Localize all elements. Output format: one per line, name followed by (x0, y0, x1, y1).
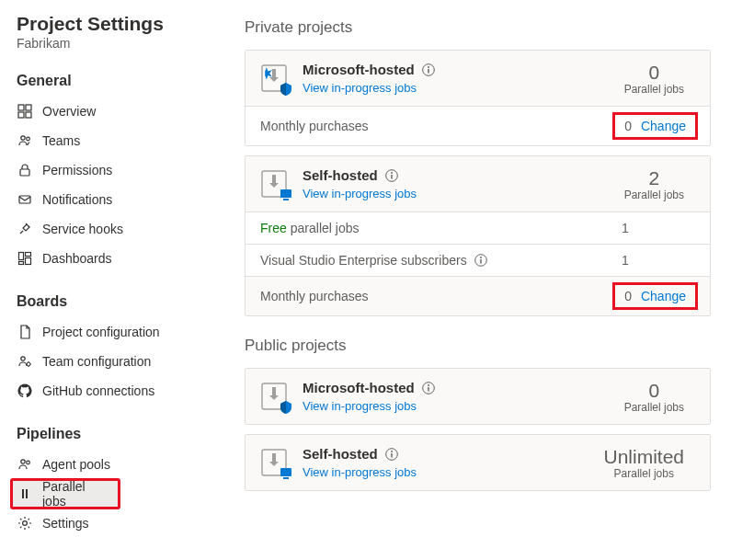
row-label: Monthly purchases (260, 289, 615, 303)
card-title-block: Microsoft-hosted View in-progress jobs (303, 380, 435, 413)
view-jobs-link[interactable]: View in-progress jobs (303, 465, 417, 479)
nav-permissions[interactable]: Permissions (11, 155, 213, 185)
free-tag: Free (260, 221, 287, 235)
section-header-general: General (17, 73, 213, 89)
vs-sub-text: Visual Studio Enterprise subscribers (260, 253, 467, 268)
stat-label: Parallel jobs (624, 83, 684, 96)
notifications-icon (17, 191, 33, 208)
svg-point-13 (27, 362, 30, 366)
card-header: Self-hosted View in-progress jobs 2 Para… (246, 156, 710, 212)
nav-dashboards[interactable]: Dashboards (11, 244, 213, 273)
card-private-self-hosted: Self-hosted View in-progress jobs 2 Para… (245, 155, 711, 316)
parallel-jobs-icon (17, 486, 33, 502)
stat-block: 2 Parallel jobs (624, 167, 695, 201)
svg-rect-33 (480, 259, 481, 264)
card-public-self-hosted: Self-hosted View in-progress jobs Unlimi… (245, 434, 711, 491)
svg-rect-40 (272, 453, 276, 462)
nav-label: Overview (42, 104, 96, 119)
svg-point-14 (21, 460, 25, 463)
row-label: Free parallel jobs (260, 221, 622, 235)
card-title-block: Microsoft-hosted View in-progress jobs (303, 62, 435, 95)
stat-number: 0 (624, 380, 684, 401)
svg-rect-7 (19, 196, 30, 203)
svg-point-18 (23, 521, 28, 526)
card-header: Microsoft-hosted View in-progress jobs 0… (246, 369, 710, 424)
nav-parallel-jobs[interactable]: Parallel jobs (11, 479, 120, 509)
free-jobs-row: Free parallel jobs 1 (246, 212, 710, 245)
stat-label: Parallel jobs (603, 467, 684, 480)
change-box: 0 Change (615, 285, 695, 307)
nav-settings[interactable]: Settings (11, 509, 213, 538)
nav-overview[interactable]: Overview (11, 97, 213, 126)
svg-rect-9 (26, 253, 31, 257)
row-label: Visual Studio Enterprise subscribers (260, 253, 622, 268)
nav-label: Team configuration (42, 354, 151, 369)
info-icon[interactable] (385, 169, 398, 182)
card-title: Self-hosted (303, 446, 378, 462)
svg-rect-8 (19, 253, 24, 260)
dashboards-icon (17, 250, 33, 267)
svg-rect-38 (428, 387, 428, 392)
card-title-block: Self-hosted View in-progress jobs (303, 167, 417, 200)
purchase-count: 0 (624, 119, 632, 133)
stat-block: 0 Parallel jobs (624, 380, 695, 414)
self-hosted-icon (258, 167, 293, 202)
stat-label: Parallel jobs (624, 189, 684, 201)
svg-point-15 (27, 461, 30, 464)
svg-rect-30 (391, 175, 392, 179)
nav-team-config[interactable]: Team configuration (11, 347, 213, 376)
document-icon (17, 324, 33, 340)
view-jobs-link[interactable]: View in-progress jobs (303, 187, 417, 200)
self-hosted-icon (258, 446, 293, 481)
nav-label: Dashboards (42, 251, 112, 266)
svg-point-4 (21, 136, 25, 140)
agent-pools-icon (17, 456, 33, 473)
svg-rect-10 (26, 258, 31, 265)
stat-block: Unlimited Parallel jobs (603, 446, 695, 480)
svg-rect-17 (26, 489, 28, 498)
nav-label: Service hooks (42, 222, 123, 236)
main-content: Private projects Microsoft-hosted View i… (213, 0, 731, 560)
nav-label: Project configuration (42, 325, 160, 339)
view-jobs-link[interactable]: View in-progress jobs (303, 81, 417, 95)
info-icon[interactable] (422, 63, 435, 76)
section-header-pipelines: Pipelines (17, 426, 213, 442)
page-subtitle: Fabrikam (17, 36, 213, 51)
nav-label: Notifications (42, 192, 112, 207)
nav-teams[interactable]: Teams (11, 126, 213, 155)
monthly-purchases-row: Monthly purchases 0 Change (246, 107, 710, 145)
nav-project-config[interactable]: Project configuration (11, 317, 213, 347)
info-icon[interactable] (422, 382, 435, 394)
svg-rect-35 (272, 387, 276, 395)
nav-agent-pools[interactable]: Agent pools (11, 450, 213, 479)
stat-label: Parallel jobs (624, 401, 684, 414)
nav-label: GitHub connections (42, 383, 154, 398)
card-header: Microsoft-hosted View in-progress jobs 0… (246, 51, 710, 107)
card-public-ms-hosted: Microsoft-hosted View in-progress jobs 0… (245, 368, 711, 425)
view-jobs-link[interactable]: View in-progress jobs (303, 399, 417, 413)
change-link[interactable]: Change (641, 119, 686, 133)
nav-service-hooks[interactable]: Service hooks (11, 214, 213, 244)
ms-hosted-icon (258, 62, 293, 97)
row-value: 1 (622, 253, 695, 268)
row-label: Monthly purchases (260, 119, 615, 133)
svg-point-5 (27, 137, 30, 141)
change-link[interactable]: Change (641, 289, 686, 303)
nav-label: Settings (42, 516, 89, 531)
private-projects-header: Private projects (245, 18, 711, 37)
nav-github[interactable]: GitHub connections (11, 376, 213, 406)
info-icon[interactable] (385, 448, 398, 461)
change-box: 0 Change (615, 115, 695, 137)
row-value: 1 (622, 221, 695, 235)
info-icon[interactable] (474, 254, 487, 267)
github-icon (17, 383, 33, 399)
section-header-boards: Boards (17, 293, 213, 310)
nav-notifications[interactable]: Notifications (11, 185, 213, 214)
svg-rect-26 (280, 189, 291, 198)
nav-label: Agent pools (42, 457, 110, 472)
ms-hosted-icon (258, 380, 293, 415)
stat-block: 0 Parallel jobs (624, 62, 695, 96)
card-private-ms-hosted: Microsoft-hosted View in-progress jobs 0… (245, 50, 711, 146)
svg-rect-16 (22, 489, 24, 498)
stat-number: 0 (624, 62, 684, 83)
